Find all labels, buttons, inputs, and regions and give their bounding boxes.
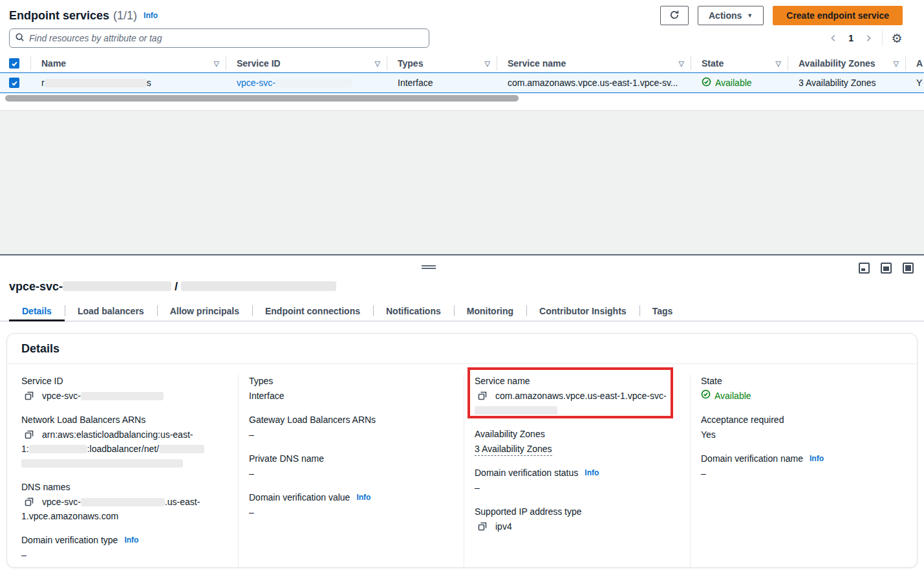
field-acceptance-required: Acceptance required Yes [701, 413, 905, 442]
page-title: Endpoint services [9, 9, 109, 23]
info-link[interactable]: Info [585, 466, 599, 479]
column-header-types[interactable]: Types▽ [387, 54, 497, 72]
panel-title: vpce-svc- / [9, 280, 915, 294]
column-header-state[interactable]: State▽ [691, 54, 788, 72]
field-availability-zones: Availability Zones 3 Availability Zones [475, 427, 678, 456]
endpoint-services-section: Endpoint services (1/1) Info Actions ▼ C… [0, 0, 924, 254]
header-actions: Actions ▼ Create endpoint service [660, 6, 903, 25]
resource-count: (1/1) [113, 9, 137, 23]
table-header-row: Name▽ Service ID▽ Types▽ Service name▽ S… [0, 54, 924, 72]
field-state: State Available [701, 374, 905, 403]
sort-icon[interactable]: ▽ [894, 59, 899, 68]
field-domain-verification-type: Domain verification typeInfo – [21, 534, 226, 562]
service-id-link[interactable]: vpce-svc- [237, 78, 352, 88]
sort-icon[interactable]: ▽ [375, 59, 380, 68]
field-private-dns-name: Private DNS name – [249, 452, 452, 481]
refresh-button[interactable] [660, 6, 689, 25]
search-input[interactable]: Find resources by attribute or tag [9, 28, 429, 48]
table-row[interactable]: rs vpce-svc- Interface com.amazonaws.vpc… [0, 72, 924, 93]
page-background [0, 110, 924, 254]
column-header-availability-zones[interactable]: Availability Zones▽ [788, 54, 905, 72]
tab-monitoring[interactable]: Monitoring [454, 301, 526, 321]
cell-service-name: com.amazonaws.vpce.us-east-1.vpce-sv... [497, 78, 691, 88]
column-header-service-name[interactable]: Service name▽ [497, 54, 691, 72]
tab-notifications[interactable]: Notifications [373, 301, 454, 321]
actions-button[interactable]: Actions ▼ [698, 6, 764, 25]
field-domain-verification-status: Domain verification statusInfo – [475, 466, 678, 495]
cell-types: Interface [387, 78, 497, 88]
toolbar: Find resources by attribute or tag 1 ⚙ [0, 28, 924, 48]
split-panel-layout-controls [859, 263, 914, 274]
sort-icon[interactable]: ▽ [214, 59, 219, 68]
search-placeholder: Find resources by attribute or tag [29, 33, 162, 43]
copy-icon[interactable] [24, 497, 34, 507]
sort-icon[interactable]: ▽ [776, 59, 781, 68]
split-panel-drag-handle[interactable] [422, 265, 436, 269]
sort-icon[interactable]: ▽ [679, 59, 684, 68]
horizontal-scrollbar[interactable] [5, 95, 519, 102]
details-column-3: Service name com.amazonaws.vpce.us-east-… [464, 374, 690, 567]
copy-icon[interactable] [24, 429, 34, 440]
tab-details[interactable]: Details [9, 301, 65, 321]
status-available-icon [702, 77, 711, 89]
refresh-icon [669, 10, 680, 22]
tab-load-balancers[interactable]: Load balancers [65, 301, 157, 321]
split-panel: vpce-svc- / Details Load balancers Allow… [0, 254, 924, 573]
details-card-heading: Details [7, 334, 917, 364]
field-service-id: Service ID vpce-svc- [21, 374, 226, 403]
column-header-acceptance[interactable]: A [905, 54, 924, 72]
copy-icon[interactable] [24, 391, 34, 401]
settings-gear-icon[interactable]: ⚙ [888, 29, 906, 47]
page-header: Endpoint services (1/1) Info Actions ▼ C… [0, 0, 924, 25]
status-available-icon [701, 389, 711, 403]
panel-maximize-icon[interactable] [903, 263, 914, 274]
tab-tags[interactable]: Tags [639, 301, 686, 321]
create-endpoint-service-button[interactable]: Create endpoint service [773, 6, 903, 25]
panel-position-bottom-icon[interactable] [859, 263, 870, 274]
caret-down-icon: ▼ [747, 12, 753, 19]
select-all-checkbox[interactable] [9, 58, 19, 69]
pagination: 1 ⚙ [825, 29, 906, 47]
column-header-name[interactable]: Name▽ [30, 54, 226, 72]
details-card: Details Service ID vpce-svc- Network Loa… [6, 333, 918, 568]
cell-service-id: vpce-svc- [226, 78, 387, 88]
tab-endpoint-connections[interactable]: Endpoint connections [252, 301, 373, 321]
field-dns-names: DNS names vpce-svc-.us-east- 1.vpce.amaz… [21, 481, 226, 523]
info-link[interactable]: Info [356, 491, 371, 504]
cell-name: rs [30, 78, 226, 88]
cell-availability-zones: 3 Availability Zones [788, 78, 905, 88]
field-service-name: Service name com.amazonaws.vpce.us-east-… [475, 374, 678, 417]
tab-allow-principals[interactable]: Allow principals [157, 301, 252, 321]
availability-zones-link[interactable]: 3 Availability Zones [475, 444, 552, 456]
copy-icon[interactable] [477, 391, 488, 401]
field-types: Types Interface [249, 374, 452, 403]
details-column-1: Service ID vpce-svc- Network Load Balanc… [7, 374, 238, 567]
sort-icon[interactable]: ▽ [485, 59, 490, 68]
next-page-button[interactable] [860, 30, 877, 47]
prev-page-button[interactable] [825, 30, 842, 47]
cell-acceptance: Y [905, 78, 924, 88]
details-column-4: State Available Acceptance required Yes … [690, 374, 917, 567]
field-domain-verification-name: Domain verification nameInfo – [701, 452, 905, 481]
search-icon [15, 32, 25, 44]
info-link[interactable]: Info [124, 534, 138, 546]
details-column-2: Types Interface Gateway Load Balancers A… [238, 374, 464, 567]
info-link[interactable]: Info [144, 11, 158, 20]
row-select-cell [0, 78, 30, 88]
cell-state: Available [691, 77, 788, 89]
panel-position-side-icon[interactable] [881, 263, 892, 274]
field-supported-ip-type: Supported IP address type ipv4 [475, 505, 678, 534]
row-checkbox[interactable] [9, 78, 19, 88]
select-all-cell [0, 58, 30, 69]
page-number[interactable]: 1 [844, 33, 857, 43]
info-link[interactable]: Info [810, 452, 824, 465]
copy-icon[interactable] [477, 521, 488, 532]
field-domain-verification-value: Domain verification valueInfo – [249, 491, 452, 519]
column-header-service-id[interactable]: Service ID▽ [226, 54, 387, 72]
field-glb-arns: Gateway Load Balancers ARNs – [249, 413, 452, 442]
toolbar-divider [882, 30, 883, 46]
tab-contributor-insights[interactable]: Contributor Insights [526, 301, 639, 321]
detail-tabs: Details Load balancers Allow principals … [0, 301, 924, 321]
endpoint-services-table: Name▽ Service ID▽ Types▽ Service name▽ S… [0, 54, 924, 93]
availability-zones-link[interactable]: 3 Availability Zones [799, 78, 876, 88]
